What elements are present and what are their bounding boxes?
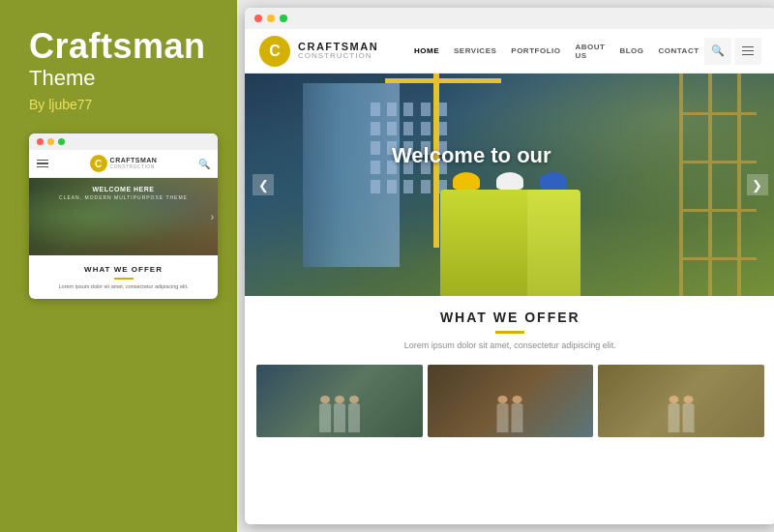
crane-horizontal (385, 78, 501, 83)
big-nav: C CRAFTSMAN CONSTRUCTION HOME SERVICES P… (245, 29, 774, 74)
mini-hero-text-block: WELCOME HERE CLEAN, MODERN MULTIPURPOSE … (59, 178, 188, 200)
mini-logo: C CRAFTSMAN CONSTRUCTION (56, 155, 191, 172)
card-figures-2 (497, 403, 523, 432)
mini-offer-divider (114, 278, 134, 280)
theme-subtitle: Theme (29, 66, 218, 91)
nav-home[interactable]: HOME (414, 46, 439, 55)
nav-about[interactable]: ABOUT US (575, 43, 605, 60)
big-dot-red (254, 15, 262, 22)
image-card-2 (428, 365, 594, 437)
helmet-1 (453, 172, 480, 190)
mini-next-arrow[interactable]: › (211, 212, 214, 222)
offer-divider (495, 331, 524, 334)
card-figures-1 (319, 403, 360, 432)
hero-welcome-text: Welcome to our (392, 143, 551, 168)
helmet-3 (540, 172, 567, 190)
big-nav-links: HOME SERVICES PORTFOLIO ABOUT US BLOG CO… (414, 43, 700, 60)
big-content: WHAT WE OFFER Lorem ipsum dolor sit amet… (245, 296, 774, 524)
big-hero: Welcome to our ❮ ❯ (245, 74, 774, 296)
big-dot-green (280, 15, 287, 22)
mini-logo-circle: C (90, 155, 107, 172)
image-card-1 (256, 365, 423, 437)
nav-contact[interactable]: CONTACT (659, 46, 700, 55)
mini-browser-bar (29, 133, 218, 150)
offer-section: WHAT WE OFFER Lorem ipsum dolor sit amet… (245, 296, 774, 360)
hero-next-button[interactable]: ❯ (747, 174, 768, 195)
nav-services[interactable]: SERVICES (454, 46, 496, 55)
big-browser-bar (245, 8, 774, 29)
hero-prev-button[interactable]: ❮ (253, 174, 274, 195)
big-logo-text: CRAFTSMAN CONSTRUCTION (298, 41, 378, 61)
hero-text-content: Welcome to our (392, 143, 551, 168)
workers (245, 161, 774, 296)
nav-portfolio[interactable]: PORTFOLIO (511, 46, 560, 55)
mini-hero: WELCOME HERE CLEAN, MODERN MULTIPURPOSE … (29, 178, 218, 255)
worker-3 (527, 190, 580, 296)
big-logo-area: C CRAFTSMAN CONSTRUCTION (259, 36, 414, 67)
helmet-2 (496, 172, 523, 190)
search-icon: 🔍 (711, 44, 725, 57)
card-figures-3 (668, 403, 694, 432)
big-logo-circle: C (259, 36, 290, 67)
mini-dot-green (58, 138, 65, 145)
nav-blog[interactable]: BLOG (619, 46, 643, 55)
theme-title: Craftsman (29, 29, 218, 64)
mini-dot-yellow (47, 138, 54, 145)
offer-text: Lorem ipsum dolor sit amet, consectetur … (259, 340, 761, 353)
mini-offer-text: Lorem ipsum dolor sit amet, consectetur … (37, 283, 210, 291)
mini-hamburger-icon (37, 160, 48, 168)
right-panel: C CRAFTSMAN CONSTRUCTION HOME SERVICES P… (237, 0, 774, 532)
hero-scene (245, 74, 774, 296)
mini-dot-red (37, 138, 44, 145)
offer-title: WHAT WE OFFER (259, 310, 761, 325)
image-grid (245, 360, 774, 445)
hamburger-icon (742, 46, 754, 56)
theme-author: By ljube77 (29, 97, 218, 112)
big-browser-mockup: C CRAFTSMAN CONSTRUCTION HOME SERVICES P… (245, 8, 774, 524)
image-card-3 (598, 365, 764, 437)
mini-offer-title: WHAT WE OFFER (37, 265, 210, 274)
nav-menu-button[interactable] (734, 38, 761, 65)
nav-search-button[interactable]: 🔍 (704, 38, 731, 65)
mini-nav: C CRAFTSMAN CONSTRUCTION 🔍 (29, 150, 218, 178)
big-dot-yellow (267, 15, 275, 22)
mini-logo-text: CRAFTSMAN CONSTRUCTION (110, 157, 158, 169)
left-panel: Craftsman Theme By ljube77 C CRAFTSMAN C… (0, 0, 237, 532)
mini-browser-mockup: C CRAFTSMAN CONSTRUCTION 🔍 WELCOME HERE … (29, 133, 218, 299)
mini-search-icon: 🔍 (198, 159, 210, 169)
mini-offer-section: WHAT WE OFFER Lorem ipsum dolor sit amet… (29, 255, 218, 299)
